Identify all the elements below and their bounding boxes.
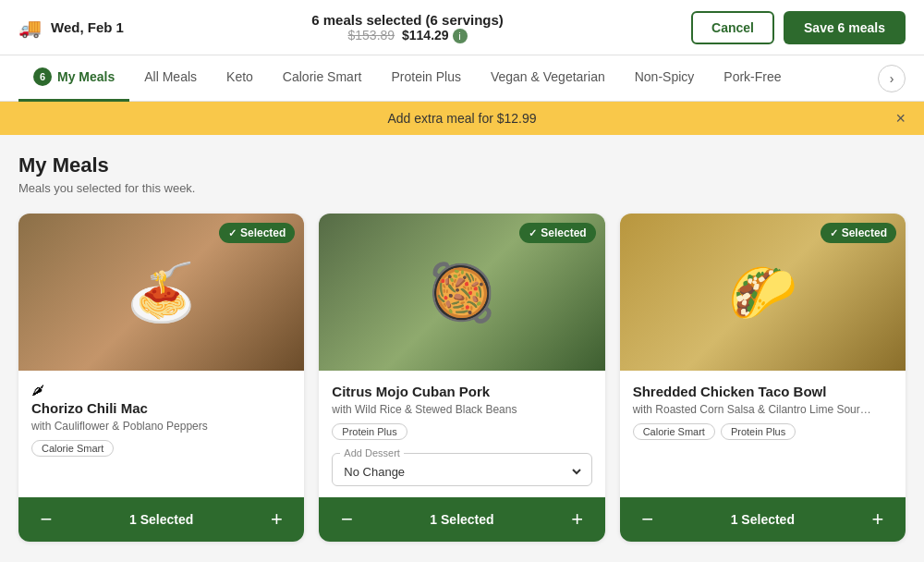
meals-selected-count: 6 meals selected (6 servings) (311, 12, 504, 28)
increment-button-3[interactable]: + (865, 507, 891, 532)
nav-label-all-meals: All Meals (144, 69, 197, 84)
nav-label-my-meals: My Meals (57, 69, 115, 84)
pricing: $153.89 $114.29 i (311, 28, 504, 43)
add-dessert-legend: Add Dessert (340, 447, 404, 458)
nav-item-keto[interactable]: Keto (212, 56, 268, 100)
tag-calorie-smart-1: Calorie Smart (31, 440, 114, 457)
card-body-1: 🌶 Chorizo Chili Mac with Cauliflower & P… (18, 371, 304, 497)
page-subtitle: Meals you selected for this week. (18, 181, 906, 195)
increment-button-1[interactable]: + (263, 507, 289, 532)
decrement-button-2[interactable]: − (334, 507, 359, 532)
meal-tags-1: Calorie Smart (31, 440, 291, 457)
navigation: 6 My Meals All Meals Keto Calorie Smart … (0, 55, 924, 102)
meal-image-2: 🥘 (427, 260, 496, 325)
cancel-button[interactable]: Cancel (691, 11, 774, 44)
decrement-button-1[interactable]: − (33, 507, 59, 532)
meal-tags-2: Protein Plus (332, 423, 591, 440)
stepper-label-1: 1 Selected (129, 512, 193, 527)
nav-label-protein-plus: Protein Plus (391, 69, 460, 84)
tag-protein-plus-3: Protein Plus (721, 423, 796, 440)
nav-label-calorie-smart: Calorie Smart (283, 69, 362, 84)
card-footer-3: − 1 Selected + (620, 497, 906, 542)
nav-label-pork-free: Pork-Free (723, 69, 781, 84)
selected-badge-3: Selected (821, 223, 896, 243)
card-body-2: Citrus Mojo Cuban Pork with Wild Rice & … (319, 371, 604, 497)
card-image-wrap-2: 🥘 Selected (319, 214, 604, 371)
selected-badge-2: Selected (519, 223, 595, 243)
tag-calorie-smart-3: Calorie Smart (633, 423, 715, 440)
promo-banner: Add extra meal for $12.99 × (0, 102, 924, 135)
nav-item-non-spicy[interactable]: Non-Spicy (620, 56, 710, 100)
meal-card-chorizo-chili-mac: 🍝 Selected 🌶 Chorizo Chili Mac with Caul… (18, 214, 304, 542)
card-image-wrap-1: 🍝 Selected (18, 214, 304, 371)
meal-card-shredded-chicken-taco-bowl: 🌮 Selected Shredded Chicken Taco Bowl wi… (620, 214, 906, 542)
info-icon[interactable]: i (453, 29, 468, 43)
card-image-wrap-3: 🌮 Selected (620, 214, 906, 371)
header-actions: Cancel Save 6 meals (691, 11, 906, 44)
stepper-label-3: 1 Selected (731, 512, 795, 527)
nav-label-non-spicy: Non-Spicy (635, 69, 695, 84)
save-button[interactable]: Save 6 meals (784, 11, 906, 44)
add-dessert-fieldset: Add Dessert No Change (332, 447, 591, 486)
card-footer-2: − 1 Selected + (319, 497, 604, 542)
delivery-truck-icon: 🚚 (18, 17, 42, 39)
increment-button-2[interactable]: + (565, 507, 590, 532)
decrement-button-3[interactable]: − (635, 507, 661, 532)
meal-name-1: Chorizo Chili Mac (31, 400, 291, 416)
card-footer-1: − 1 Selected + (18, 497, 304, 542)
delivery-info: 🚚 Wed, Feb 1 (18, 17, 124, 39)
my-meals-badge: 6 (33, 67, 52, 86)
nav-label-keto: Keto (226, 69, 253, 84)
nav-label-vegan: Vegan & Vegetarian (491, 69, 605, 84)
nav-item-vegan[interactable]: Vegan & Vegetarian (476, 56, 620, 100)
meal-image-3: 🌮 (728, 260, 797, 325)
card-body-3: Shredded Chicken Taco Bowl with Roasted … (620, 371, 906, 497)
discounted-price: $114.29 (402, 28, 449, 43)
nav-item-calorie-smart[interactable]: Calorie Smart (268, 56, 377, 100)
delivery-date: Wed, Feb 1 (51, 19, 124, 35)
original-price: $153.89 (348, 28, 395, 43)
nav-item-pork-free[interactable]: Pork-Free (709, 56, 796, 100)
meal-desc-1: with Cauliflower & Poblano Peppers (31, 420, 291, 433)
meal-name-2: Citrus Mojo Cuban Pork (332, 384, 591, 399)
main-content: My Meals Meals you selected for this wee… (0, 135, 924, 551)
nav-item-my-meals[interactable]: 6 My Meals (18, 55, 129, 102)
header: 🚚 Wed, Feb 1 6 meals selected (6 serving… (0, 0, 924, 55)
meals-grid: 🍝 Selected 🌶 Chorizo Chili Mac with Caul… (18, 214, 906, 542)
nav-item-all-meals[interactable]: All Meals (129, 56, 212, 100)
selected-badge-1: Selected (219, 223, 295, 243)
meal-name-3: Shredded Chicken Taco Bowl (633, 384, 893, 399)
meal-image-1: 🍝 (127, 260, 196, 325)
banner-close-button[interactable]: × (895, 109, 906, 128)
meal-desc-3: with Roasted Corn Salsa & Cilantro Lime … (633, 403, 893, 416)
meal-emoji-1: 🌶 (31, 383, 44, 397)
banner-text: Add extra meal for $12.99 (387, 111, 536, 126)
nav-more-arrow[interactable]: › (878, 65, 906, 92)
meal-card-citrus-mojo-cuban-pork: 🥘 Selected Citrus Mojo Cuban Pork with W… (319, 214, 604, 542)
order-summary: 6 meals selected (6 servings) $153.89 $1… (311, 12, 504, 43)
stepper-label-2: 1 Selected (430, 512, 493, 527)
add-dessert-select[interactable]: No Change (340, 462, 583, 482)
nav-item-protein-plus[interactable]: Protein Plus (376, 56, 475, 100)
meal-tags-3: Calorie Smart Protein Plus (633, 423, 893, 440)
meal-desc-2: with Wild Rice & Stewed Black Beans (332, 403, 591, 416)
page-title: My Meals (18, 153, 906, 177)
tag-protein-plus-2: Protein Plus (332, 423, 407, 440)
